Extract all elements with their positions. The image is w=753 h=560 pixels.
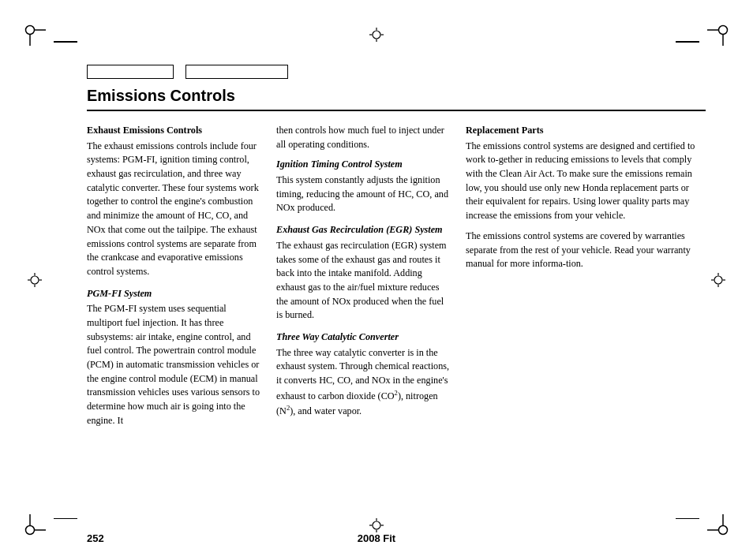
- side-mark-bl-h: [54, 518, 77, 520]
- middle-section2: Ignition Timing Control System This syst…: [276, 158, 450, 215]
- left-column: Exhaust Emissions Controls The exhaust e…: [87, 124, 260, 434]
- left-body-1: The exhaust emissions controls include f…: [87, 140, 259, 277]
- left-heading-2: PGM-FI System: [87, 287, 260, 301]
- corner-mark-br: [707, 514, 729, 536]
- svg-point-22: [31, 276, 39, 284]
- middle-body-1: then controls how much fuel to inject un…: [276, 125, 444, 150]
- crosshair-bottom: [369, 518, 384, 532]
- crosshair-left: [28, 273, 42, 287]
- crosshair-top: [369, 28, 384, 42]
- footer-model: 2008 Fit: [358, 532, 395, 544]
- right-column: Replacement Parts The emissions control …: [466, 124, 706, 434]
- left-body-2: The PGM-FI system uses sequential multip…: [87, 303, 260, 426]
- right-body-2: The emissions control systems are covere…: [466, 230, 691, 269]
- svg-point-6: [26, 526, 35, 535]
- side-mark-br-h: [676, 518, 699, 520]
- columns: Exhaust Emissions Controls The exhaust e…: [87, 124, 706, 434]
- svg-point-12: [373, 31, 380, 39]
- side-mark-tr-h: [676, 41, 699, 43]
- right-section1: Replacement Parts The emissions control …: [466, 124, 706, 223]
- middle-section4: Three Way Catalytic Converter The three …: [276, 330, 450, 419]
- middle-body-2: This system constantly adjusts the ignit…: [276, 174, 448, 213]
- right-section2: The emissions control systems are covere…: [466, 230, 706, 271]
- content-area: Emissions Controls Exhaust Emissions Con…: [87, 87, 706, 505]
- middle-section1: then controls how much fuel to inject un…: [276, 124, 450, 151]
- middle-body-4c: ), and water vapor.: [290, 406, 362, 417]
- middle-column: then controls how much fuel to inject un…: [276, 124, 450, 434]
- middle-heading-4: Three Way Catalytic Converter: [276, 330, 450, 345]
- middle-heading-3: Exhaust Gas Recirculation (EGR) System: [276, 223, 450, 237]
- right-body-1: The emissions control systems are design…: [466, 140, 695, 221]
- page-title: Emissions Controls: [87, 87, 235, 104]
- corner-mark-tr: [707, 24, 729, 46]
- side-mark-tl-h: [54, 41, 77, 43]
- middle-body-3: The exhaust gas recirculation (EGR) syst…: [276, 240, 447, 320]
- svg-point-27: [714, 276, 722, 284]
- left-section2: PGM-FI System The PGM-FI system uses seq…: [87, 287, 260, 428]
- page-number: 252: [87, 532, 104, 544]
- left-section1: Exhaust Emissions Controls The exhaust e…: [87, 124, 260, 279]
- svg-point-17: [373, 521, 380, 529]
- tab-rect-right: [185, 65, 288, 79]
- page: Emissions Controls Exhaust Emissions Con…: [0, 0, 753, 560]
- corner-mark-tl: [24, 24, 46, 46]
- left-heading-1: Exhaust Emissions Controls: [87, 124, 260, 138]
- tab-rect-left: [87, 65, 174, 79]
- page-title-section: Emissions Controls: [87, 87, 706, 111]
- footer-center: 2008 Fit: [358, 532, 395, 544]
- footer: 252: [87, 532, 706, 544]
- svg-point-9: [719, 526, 728, 535]
- right-heading-1: Replacement Parts: [466, 124, 706, 138]
- corner-mark-bl: [24, 514, 46, 536]
- svg-point-0: [26, 26, 35, 35]
- middle-heading-2: Ignition Timing Control System: [276, 158, 450, 172]
- crosshair-right: [711, 273, 725, 287]
- middle-section3: Exhaust Gas Recirculation (EGR) System T…: [276, 223, 450, 323]
- svg-point-3: [719, 26, 728, 35]
